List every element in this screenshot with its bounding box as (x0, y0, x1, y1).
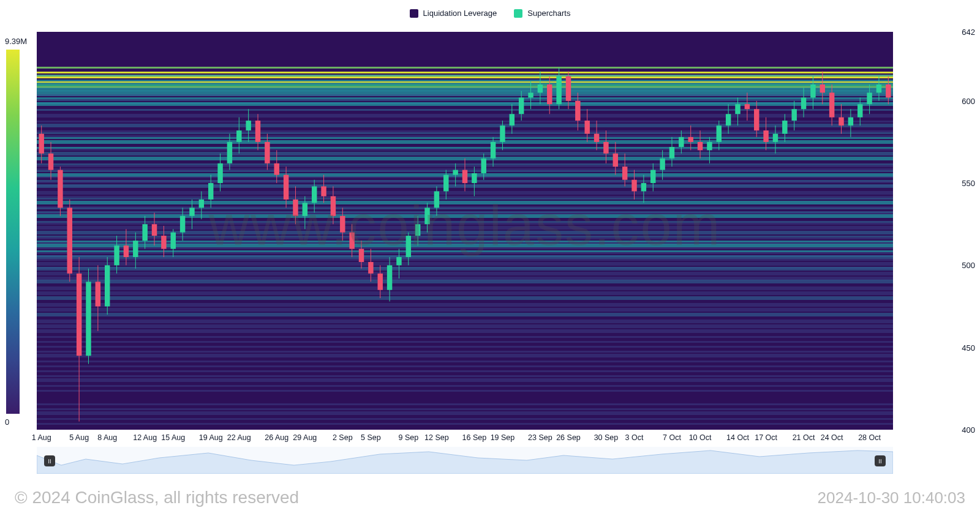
svg-rect-129 (641, 183, 646, 191)
svg-rect-161 (791, 109, 796, 121)
y-tick: 450 (962, 343, 975, 352)
x-tick: 28 Oct (858, 433, 881, 442)
svg-rect-157 (773, 134, 778, 142)
svg-rect-73 (378, 274, 383, 290)
svg-rect-101 (510, 114, 514, 125)
svg-rect-169 (829, 92, 834, 117)
x-tick: 29 Aug (293, 433, 317, 442)
svg-rect-155 (763, 130, 768, 142)
svg-rect-23 (142, 224, 147, 241)
svg-rect-109 (547, 84, 552, 104)
legend-item-liquidation[interactable]: Liquidation Leverage (410, 9, 497, 18)
navigator[interactable]: ⏸ ⏸ (37, 447, 893, 474)
svg-rect-61 (321, 186, 326, 196)
svg-rect-25 (152, 224, 157, 236)
svg-rect-99 (500, 125, 505, 142)
x-tick: 16 Sep (462, 433, 487, 442)
svg-rect-79 (406, 236, 411, 257)
svg-rect-45 (246, 121, 251, 130)
svg-rect-159 (782, 121, 787, 133)
x-tick: 26 Aug (265, 433, 288, 442)
svg-rect-31 (180, 216, 185, 233)
legend-label: Supercharts (527, 9, 570, 18)
x-tick: 30 Sep (594, 433, 619, 442)
y-tick: 400 (962, 425, 975, 435)
x-tick: 10 Oct (689, 433, 712, 442)
svg-rect-53 (284, 175, 288, 200)
navigator-handle-right[interactable]: ⏸ (875, 455, 886, 466)
svg-rect-15 (105, 265, 110, 306)
svg-rect-71 (368, 262, 373, 274)
svg-rect-139 (688, 137, 693, 142)
legend-swatch-icon (410, 9, 418, 18)
candlestick-overlay (37, 32, 893, 430)
svg-rect-179 (876, 84, 881, 92)
svg-rect-115 (575, 101, 580, 121)
svg-rect-121 (603, 142, 608, 154)
svg-rect-29 (171, 233, 176, 249)
svg-rect-143 (707, 142, 712, 150)
svg-rect-137 (679, 137, 684, 147)
svg-rect-87 (443, 175, 448, 192)
copyright: © 2024 CoinGlass, all rights reserved (15, 488, 299, 507)
x-tick: 14 Oct (726, 433, 749, 442)
svg-rect-91 (462, 170, 467, 183)
svg-rect-117 (584, 121, 589, 133)
svg-rect-75 (387, 265, 392, 290)
svg-rect-149 (735, 104, 740, 114)
svg-rect-35 (199, 200, 204, 208)
x-tick: 23 Sep (528, 433, 552, 442)
chart-area[interactable]: www.coinglass.com (37, 32, 893, 430)
colorbar-gradient (6, 50, 20, 414)
colorbar: 9.39M 0 (5, 37, 28, 427)
svg-rect-177 (867, 92, 872, 104)
svg-rect-147 (726, 114, 731, 125)
x-tick: 19 Aug (199, 433, 223, 442)
x-tick: 9 Sep (398, 433, 418, 442)
svg-rect-63 (331, 196, 336, 216)
svg-rect-7 (67, 208, 72, 273)
svg-rect-171 (839, 118, 843, 125)
navigator-handle-left[interactable]: ⏸ (44, 455, 55, 466)
x-tick: 5 Aug (69, 433, 89, 442)
x-tick: 5 Sep (361, 433, 381, 442)
svg-rect-167 (820, 84, 825, 92)
svg-rect-5 (58, 170, 62, 208)
navigator-sparkline (37, 447, 893, 474)
svg-rect-77 (396, 257, 401, 265)
svg-rect-127 (631, 180, 636, 192)
page-root: Liquidation Leverage Supercharts 9.39M 0… (0, 0, 980, 516)
svg-rect-105 (528, 92, 533, 97)
svg-rect-89 (453, 170, 458, 175)
colorbar-max: 9.39M (5, 37, 28, 46)
svg-rect-41 (227, 142, 232, 163)
pause-icon: ⏸ (877, 458, 883, 465)
svg-rect-173 (848, 118, 853, 125)
svg-rect-151 (745, 104, 750, 109)
svg-rect-125 (622, 166, 627, 179)
svg-rect-3 (48, 154, 53, 170)
svg-rect-135 (669, 147, 674, 159)
svg-rect-33 (189, 208, 194, 215)
svg-rect-111 (556, 77, 561, 105)
x-tick: 12 Sep (424, 433, 449, 442)
y-tick: 600 (962, 96, 975, 105)
colorbar-min: 0 (5, 417, 28, 427)
svg-rect-51 (274, 163, 279, 175)
svg-rect-37 (208, 183, 213, 200)
x-tick: 26 Sep (556, 433, 581, 442)
date-axis: 1 Aug5 Aug8 Aug12 Aug15 Aug19 Aug22 Aug2… (37, 430, 893, 446)
svg-rect-133 (660, 159, 665, 170)
legend-item-supercharts[interactable]: Supercharts (514, 9, 570, 18)
svg-rect-181 (886, 84, 891, 97)
x-tick: 2 Sep (333, 433, 353, 442)
x-tick: 21 Oct (793, 433, 815, 442)
timestamp: 2024-10-30 10:40:03 (818, 488, 965, 507)
svg-rect-165 (810, 84, 815, 97)
svg-rect-153 (754, 109, 759, 130)
svg-rect-85 (434, 192, 439, 208)
x-tick: 12 Aug (133, 433, 157, 442)
legend: Liquidation Leverage Supercharts (0, 9, 980, 18)
svg-rect-97 (491, 142, 496, 159)
y-tick: 550 (962, 179, 975, 188)
